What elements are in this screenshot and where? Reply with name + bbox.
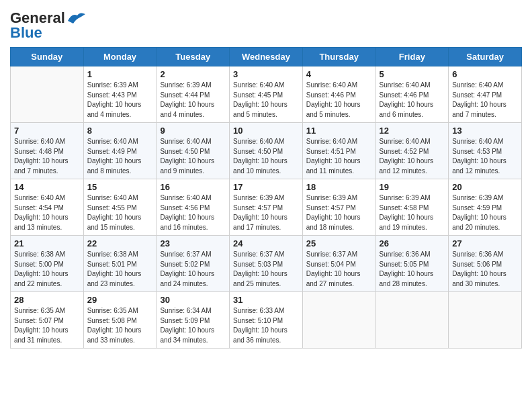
page-header: General Blue [10,7,522,42]
calendar-cell: 30Sunrise: 6:34 AM Sunset: 5:09 PM Dayli… [157,292,230,349]
day-number: 4 [306,69,372,79]
cell-info: Sunrise: 6:40 AM Sunset: 4:46 PM Dayligh… [380,81,445,120]
week-row-5: 28Sunrise: 6:35 AM Sunset: 5:07 PM Dayli… [11,292,522,349]
calendar-cell: 2Sunrise: 6:39 AM Sunset: 4:44 PM Daylig… [157,66,230,123]
calendar-cell: 26Sunrise: 6:36 AM Sunset: 5:05 PM Dayli… [375,236,449,292]
calendar-cell: 12Sunrise: 6:40 AM Sunset: 4:52 PM Dayli… [375,123,449,179]
cell-info: Sunrise: 6:40 AM Sunset: 4:55 PM Dayligh… [87,193,153,232]
calendar-cell [375,292,449,349]
cell-info: Sunrise: 6:40 AM Sunset: 4:54 PM Dayligh… [14,193,80,232]
calendar-cell: 3Sunrise: 6:40 AM Sunset: 4:45 PM Daylig… [230,66,303,123]
calendar-cell: 31Sunrise: 6:33 AM Sunset: 5:10 PM Dayli… [230,292,303,349]
day-number: 12 [380,126,445,136]
cell-info: Sunrise: 6:39 AM Sunset: 4:59 PM Dayligh… [452,193,518,232]
day-number: 15 [87,182,153,192]
day-number: 24 [233,238,299,248]
calendar-cell: 20Sunrise: 6:39 AM Sunset: 4:59 PM Dayli… [449,179,522,236]
day-number: 20 [452,182,518,192]
calendar-cell: 25Sunrise: 6:37 AM Sunset: 5:04 PM Dayli… [302,236,375,292]
cell-info: Sunrise: 6:40 AM Sunset: 4:52 PM Dayligh… [380,137,445,176]
day-number: 28 [14,295,80,305]
column-header-wednesday: Wednesday [230,48,303,66]
day-number: 3 [233,69,299,79]
cell-info: Sunrise: 6:39 AM Sunset: 4:44 PM Dayligh… [160,81,226,120]
cell-info: Sunrise: 6:40 AM Sunset: 4:46 PM Dayligh… [306,81,372,120]
calendar-cell: 16Sunrise: 6:40 AM Sunset: 4:56 PM Dayli… [157,179,230,236]
calendar-cell: 23Sunrise: 6:37 AM Sunset: 5:02 PM Dayli… [157,236,230,292]
cell-info: Sunrise: 6:39 AM Sunset: 4:57 PM Dayligh… [306,193,372,232]
day-number: 19 [380,182,445,192]
cell-info: Sunrise: 6:40 AM Sunset: 4:45 PM Dayligh… [233,81,299,120]
calendar-cell: 13Sunrise: 6:40 AM Sunset: 4:53 PM Dayli… [449,123,522,179]
day-number: 26 [380,238,445,248]
cell-info: Sunrise: 6:37 AM Sunset: 5:02 PM Dayligh… [160,250,226,289]
cell-info: Sunrise: 6:35 AM Sunset: 5:07 PM Dayligh… [14,306,80,345]
cell-info: Sunrise: 6:40 AM Sunset: 4:56 PM Dayligh… [160,193,226,232]
cell-info: Sunrise: 6:34 AM Sunset: 5:09 PM Dayligh… [160,306,226,345]
day-number: 18 [306,182,372,192]
cell-info: Sunrise: 6:39 AM Sunset: 4:58 PM Dayligh… [380,193,445,232]
calendar-cell: 11Sunrise: 6:40 AM Sunset: 4:51 PM Dayli… [302,123,375,179]
calendar-cell: 6Sunrise: 6:40 AM Sunset: 4:47 PM Daylig… [449,66,522,123]
day-number: 1 [87,69,153,79]
cell-info: Sunrise: 6:37 AM Sunset: 5:04 PM Dayligh… [306,250,372,289]
week-row-2: 7Sunrise: 6:40 AM Sunset: 4:48 PM Daylig… [11,123,522,179]
day-number: 30 [160,295,226,305]
day-number: 27 [452,238,518,248]
week-row-4: 21Sunrise: 6:38 AM Sunset: 5:00 PM Dayli… [11,236,522,292]
calendar-cell [302,292,375,349]
day-number: 31 [233,295,299,305]
column-header-friday: Friday [375,48,449,66]
day-number: 13 [452,126,518,136]
cell-info: Sunrise: 6:40 AM Sunset: 4:48 PM Dayligh… [14,137,80,176]
calendar-cell: 29Sunrise: 6:35 AM Sunset: 5:08 PM Dayli… [83,292,157,349]
day-number: 2 [160,69,226,79]
day-number: 11 [306,126,372,136]
week-row-3: 14Sunrise: 6:40 AM Sunset: 4:54 PM Dayli… [11,179,522,236]
day-number: 16 [160,182,226,192]
calendar-cell: 18Sunrise: 6:39 AM Sunset: 4:57 PM Dayli… [302,179,375,236]
column-header-sunday: Sunday [11,48,84,66]
day-number: 17 [233,182,299,192]
calendar-cell: 5Sunrise: 6:40 AM Sunset: 4:46 PM Daylig… [375,66,449,123]
cell-info: Sunrise: 6:37 AM Sunset: 5:03 PM Dayligh… [233,250,299,289]
cell-info: Sunrise: 6:40 AM Sunset: 4:49 PM Dayligh… [87,137,153,176]
day-number: 9 [160,126,226,136]
day-number: 5 [380,69,445,79]
calendar-cell: 9Sunrise: 6:40 AM Sunset: 4:50 PM Daylig… [157,123,230,179]
calendar-cell [449,292,522,349]
calendar-cell: 22Sunrise: 6:38 AM Sunset: 5:01 PM Dayli… [83,236,157,292]
cell-info: Sunrise: 6:35 AM Sunset: 5:08 PM Dayligh… [87,306,153,345]
week-row-1: 1Sunrise: 6:39 AM Sunset: 4:43 PM Daylig… [11,66,522,123]
calendar-cell: 14Sunrise: 6:40 AM Sunset: 4:54 PM Dayli… [11,179,84,236]
column-header-monday: Monday [83,48,157,66]
day-number: 8 [87,126,153,136]
cell-info: Sunrise: 6:39 AM Sunset: 4:43 PM Dayligh… [87,81,153,120]
calendar-cell: 15Sunrise: 6:40 AM Sunset: 4:55 PM Dayli… [83,179,157,236]
day-number: 25 [306,238,372,248]
cell-info: Sunrise: 6:38 AM Sunset: 5:01 PM Dayligh… [87,250,153,289]
column-header-tuesday: Tuesday [157,48,230,66]
cell-info: Sunrise: 6:36 AM Sunset: 5:06 PM Dayligh… [452,250,518,289]
logo: General Blue [10,7,85,42]
day-number: 21 [14,238,80,248]
cell-info: Sunrise: 6:36 AM Sunset: 5:05 PM Dayligh… [380,250,445,289]
calendar-cell: 24Sunrise: 6:37 AM Sunset: 5:03 PM Dayli… [230,236,303,292]
calendar-cell: 27Sunrise: 6:36 AM Sunset: 5:06 PM Dayli… [449,236,522,292]
calendar-table: SundayMondayTuesdayWednesdayThursdayFrid… [10,47,522,349]
column-header-thursday: Thursday [302,48,375,66]
logo-bird-icon [66,11,85,25]
calendar-cell: 1Sunrise: 6:39 AM Sunset: 4:43 PM Daylig… [83,66,157,123]
calendar-cell: 19Sunrise: 6:39 AM Sunset: 4:58 PM Dayli… [375,179,449,236]
calendar-cell: 17Sunrise: 6:39 AM Sunset: 4:57 PM Dayli… [230,179,303,236]
calendar-cell: 28Sunrise: 6:35 AM Sunset: 5:07 PM Dayli… [11,292,84,349]
day-number: 6 [452,69,518,79]
day-number: 29 [87,295,153,305]
cell-info: Sunrise: 6:40 AM Sunset: 4:50 PM Dayligh… [160,137,226,176]
cell-info: Sunrise: 6:40 AM Sunset: 4:51 PM Dayligh… [306,137,372,176]
cell-info: Sunrise: 6:39 AM Sunset: 4:57 PM Dayligh… [233,193,299,232]
calendar-cell: 21Sunrise: 6:38 AM Sunset: 5:00 PM Dayli… [11,236,84,292]
logo-blue-text: Blue [10,24,42,42]
day-number: 23 [160,238,226,248]
cell-info: Sunrise: 6:40 AM Sunset: 4:47 PM Dayligh… [452,81,518,120]
